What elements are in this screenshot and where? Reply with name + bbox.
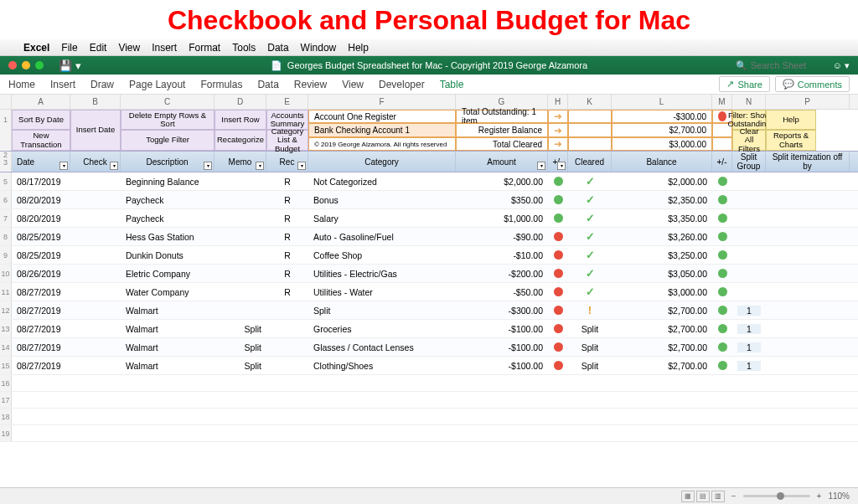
col-B[interactable]: B <box>70 95 121 109</box>
maximize-window-button[interactable] <box>35 61 44 69</box>
cell-split-item[interactable] <box>766 172 850 190</box>
cell-amount[interactable]: -$100.00 <box>456 320 548 337</box>
tab-data[interactable]: Data <box>257 79 278 90</box>
cell-check[interactable] <box>70 301 121 319</box>
filter-icon[interactable]: ▾ <box>537 162 545 170</box>
cell-amount[interactable]: $350.00 <box>456 191 548 208</box>
new-transaction-button[interactable]: New Transaction <box>12 130 70 151</box>
empty-row[interactable]: 16 <box>0 375 858 392</box>
cell-cleared[interactable]: ✓ <box>568 209 612 227</box>
cell-category[interactable]: Salary <box>308 209 456 227</box>
cell-description[interactable]: Walmart <box>121 357 214 374</box>
th-category[interactable]: Category <box>308 152 456 172</box>
menu-tools[interactable]: Tools <box>232 42 256 54</box>
cell-split-item[interactable] <box>766 357 850 374</box>
cell-split-group[interactable] <box>732 209 766 227</box>
filter-icon[interactable]: ▾ <box>110 162 118 170</box>
toggle-filter-button[interactable]: Toggle Filter <box>121 130 214 151</box>
cell-memo[interactable] <box>214 265 266 282</box>
comments-button[interactable]: 💬Comments <box>775 76 850 92</box>
cell-split-group[interactable]: 1 <box>732 301 766 319</box>
cell-check[interactable] <box>70 265 121 282</box>
cell-balance[interactable]: $3,260.00 <box>612 228 712 245</box>
menu-data[interactable]: Data <box>267 42 288 54</box>
share-button[interactable]: ↗Share <box>719 76 769 92</box>
cell-description[interactable]: Paycheck <box>121 191 214 208</box>
th-split-item[interactable]: Split itemization off by <box>766 152 850 172</box>
cell-check[interactable] <box>70 228 121 245</box>
cell-category[interactable]: Utilities - Water <box>308 283 456 301</box>
cell-cleared[interactable]: ! <box>568 301 612 319</box>
cell-split-group[interactable] <box>732 172 766 190</box>
tab-home[interactable]: Home <box>8 79 35 90</box>
page-layout-view-icon[interactable]: ▤ <box>696 491 710 502</box>
cell-memo[interactable]: Split <box>214 357 266 374</box>
cell-description[interactable]: Hess Gas Station <box>121 228 214 245</box>
cell-description[interactable]: Walmart <box>121 301 214 319</box>
th-pm2[interactable]: +/- <box>712 152 732 172</box>
cell-split-item[interactable] <box>766 228 850 245</box>
th-pm[interactable]: +/-▾ <box>548 152 568 172</box>
th-cleared[interactable]: Cleared <box>568 152 612 172</box>
cell-check[interactable] <box>70 320 121 337</box>
cell-category[interactable]: Clothing/Shoes <box>308 357 456 374</box>
cell-split-group[interactable]: 1 <box>732 320 766 337</box>
cell-cleared[interactable]: Split <box>568 320 612 337</box>
filter-icon[interactable]: ▾ <box>297 162 306 170</box>
zoom-level[interactable]: 110% <box>828 491 850 501</box>
cell-memo[interactable]: Split <box>214 338 266 356</box>
cell-rec[interactable] <box>266 338 308 356</box>
col-N[interactable]: N <box>732 95 766 109</box>
cell-memo[interactable] <box>214 209 266 227</box>
cell-split-group[interactable] <box>732 191 766 208</box>
cell-rec[interactable]: R <box>266 228 308 245</box>
cell-rec[interactable]: R <box>266 172 308 190</box>
cell-split-group[interactable] <box>732 246 766 264</box>
cell-split-item[interactable] <box>766 301 850 319</box>
cell-rec[interactable] <box>266 357 308 374</box>
filter-icon[interactable]: ▾ <box>204 162 212 170</box>
filter-icon[interactable]: ▾ <box>557 162 566 170</box>
cell-split-group[interactable] <box>732 283 766 301</box>
cell-memo[interactable] <box>214 172 266 190</box>
cell-balance[interactable]: $2,350.00 <box>612 191 712 208</box>
col-L[interactable]: L <box>612 95 712 109</box>
cell-amount[interactable]: -$90.00 <box>456 228 548 245</box>
app-name[interactable]: Excel <box>23 42 49 54</box>
cell-balance[interactable]: $2,700.00 <box>612 357 712 374</box>
reports-charts-button[interactable]: Reports & Charts <box>766 130 816 151</box>
empty-row[interactable]: 19 <box>0 425 858 442</box>
menu-help[interactable]: Help <box>348 42 369 54</box>
cell-balance[interactable]: $2,700.00 <box>612 320 712 337</box>
cell-amount[interactable]: $2,000.00 <box>456 172 548 190</box>
cell-balance[interactable]: $3,000.00 <box>612 283 712 301</box>
cell-category[interactable]: Groceries <box>308 320 456 337</box>
cell-check[interactable] <box>70 357 121 374</box>
table-row[interactable]: 6 08/20/2019 Paycheck R Bonus $350.00 ✓ … <box>0 191 858 209</box>
cell-date[interactable]: 08/26/2019 <box>12 265 70 282</box>
delete-empty-rows-button[interactable]: Delete Empty Rows & Sort <box>121 110 214 130</box>
cell-balance[interactable]: $2,000.00 <box>612 172 712 190</box>
th-date[interactable]: Date▾ <box>12 152 70 172</box>
cell-balance[interactable]: $3,050.00 <box>612 265 712 282</box>
col-M[interactable]: M <box>712 95 732 109</box>
cell-split-item[interactable] <box>766 265 850 282</box>
cell-rec[interactable]: R <box>266 283 308 301</box>
cell-date[interactable]: 08/27/2019 <box>12 357 70 374</box>
cell-rec[interactable] <box>266 320 308 337</box>
filter-icon[interactable]: ▾ <box>256 162 264 170</box>
sort-by-date-button[interactable]: Sort By Date <box>12 110 70 130</box>
cell-memo[interactable] <box>214 191 266 208</box>
search-box[interactable]: 🔍 <box>736 60 826 71</box>
cell-memo[interactable] <box>214 301 266 319</box>
cell-check[interactable] <box>70 172 121 190</box>
th-check[interactable]: Check▾ <box>70 152 121 172</box>
cell-rec[interactable]: R <box>266 191 308 208</box>
cell-cleared[interactable]: ✓ <box>568 246 612 264</box>
cell-amount[interactable]: -$100.00 <box>456 338 548 356</box>
cell-split-item[interactable] <box>766 246 850 264</box>
tab-insert[interactable]: Insert <box>50 79 75 90</box>
cell-amount[interactable]: -$300.00 <box>456 301 548 319</box>
normal-view-icon[interactable]: ▦ <box>681 491 695 502</box>
col-H[interactable]: H <box>548 95 568 109</box>
